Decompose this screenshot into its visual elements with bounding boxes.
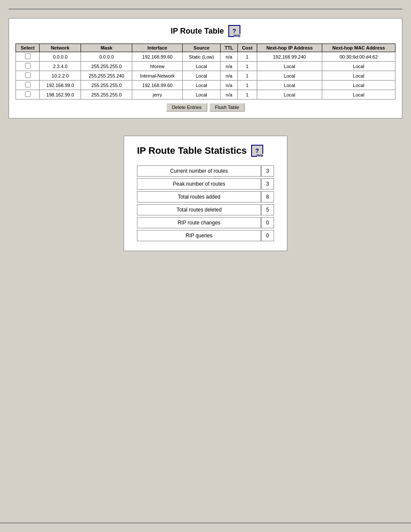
table-row: 0.0.0.00.0.0.0192.168.99.60Static (Low)n… [16, 52, 395, 62]
route-table-help-button[interactable]: ? Help [228, 25, 240, 37]
stats-value: 3 [261, 165, 274, 177]
cell-nexthop-ip: Local [257, 71, 322, 81]
col-cost: Cost [237, 44, 257, 52]
cell-interface: 192.168.99.60 [132, 81, 183, 90]
cell-ttl: n/a [221, 62, 238, 71]
bottom-divider [0, 523, 411, 523]
route-table-title-text: IP Route Table [171, 27, 224, 36]
cell-network: 192.168.99.0 [40, 81, 81, 90]
cell-ttl: n/a [221, 71, 238, 81]
stats-section-wrapper: IP Route Table Statistics ? Help Current… [9, 136, 402, 251]
cell-mask: 255.255.255.0 [81, 90, 132, 100]
stats-section: IP Route Table Statistics ? Help Current… [124, 136, 287, 251]
cell-cost: 1 [237, 62, 257, 71]
stats-row: RIP route changes0 [137, 217, 274, 228]
stats-label: Current number of routes [137, 165, 261, 177]
route-table-section: IP Route Table ? Help Select Network Mas… [9, 18, 402, 118]
top-divider [9, 9, 402, 9]
flush-table-button[interactable]: Flush Table [209, 103, 245, 112]
table-row: 192.168.99.0255.255.255.0192.168.99.60Lo… [16, 81, 395, 90]
stats-row: Total routes added8 [137, 191, 274, 202]
cell-nexthop-mac: Local [322, 90, 395, 100]
cell-source: Local [183, 71, 221, 81]
stats-row: Peak number of routes3 [137, 178, 274, 190]
stats-label: Total routes deleted [137, 204, 261, 215]
cell-select [16, 71, 40, 81]
cell-nexthop-mac: Local [322, 81, 395, 90]
cell-ttl: n/a [221, 90, 238, 100]
col-select: Select [16, 44, 40, 52]
stats-value: 0 [261, 217, 274, 228]
stats-label: RIP route changes [137, 217, 261, 228]
stats-help-sub-label: Help [257, 154, 263, 157]
cell-select [16, 81, 40, 90]
cell-network: 0.0.0.0 [40, 52, 81, 62]
cell-interface: hforew [132, 62, 183, 71]
cell-network: 10.2.2.0 [40, 71, 81, 81]
cell-nexthop-ip: Local [257, 90, 322, 100]
cell-source: Local [183, 81, 221, 90]
table-row: 2.3.4.0255.255.255.0hforewLocaln/a1Local… [16, 62, 395, 71]
cell-source: Local [183, 62, 221, 71]
cell-mask: 0.0.0.0 [81, 52, 132, 62]
cell-nexthop-ip: Local [257, 81, 322, 90]
row-select-checkbox[interactable] [25, 53, 31, 59]
col-interface: Interface [132, 44, 183, 52]
cell-cost: 1 [237, 71, 257, 81]
cell-mask: 255.255.255.0 [81, 62, 132, 71]
stats-value: 0 [261, 230, 274, 241]
cell-source: Local [183, 90, 221, 100]
cell-cost: 1 [237, 52, 257, 62]
stats-value: 3 [261, 178, 274, 190]
page-container: IP Route Table ? Help Select Network Mas… [0, 0, 411, 532]
stats-rows-container: Current number of routes3Peak number of … [137, 165, 274, 242]
stats-row: Current number of routes3 [137, 165, 274, 177]
cell-cost: 1 [237, 90, 257, 100]
cell-mask: 255.255.255.240 [81, 71, 132, 81]
stats-help-button[interactable]: ? Help [251, 145, 263, 157]
row-select-checkbox[interactable] [25, 63, 31, 68]
cell-ttl: n/a [221, 52, 238, 62]
row-select-checkbox[interactable] [25, 91, 31, 97]
table-row: 198.162.99.0255.255.255.0jerryLocaln/a1L… [16, 90, 395, 100]
col-network: Network [40, 44, 81, 52]
stats-label: Peak number of routes [137, 178, 261, 190]
cell-interface: jerry [132, 90, 183, 100]
cell-nexthop-mac: Local [322, 71, 395, 81]
col-nexthop-mac: Next-hop MAC Address [322, 44, 395, 52]
stats-label: RIP queries [137, 230, 261, 241]
cell-interface: 192.168.99.60 [132, 52, 183, 62]
route-table-help-icon-label: ? [232, 28, 236, 34]
cell-nexthop-ip: 192.168.99.240 [257, 52, 322, 62]
col-ttl: TTL [221, 44, 238, 52]
cell-mask: 255.255.255.0 [81, 81, 132, 90]
cell-source: Static (Low) [183, 52, 221, 62]
stats-row: Total routes deleted5 [137, 204, 274, 215]
col-source: Source [183, 44, 221, 52]
route-table-help-sub-label: Help [234, 34, 240, 37]
cell-nexthop-ip: Local [257, 62, 322, 71]
cell-interface: Internal-Network [132, 71, 183, 81]
col-mask: Mask [81, 44, 132, 52]
row-select-checkbox[interactable] [25, 72, 31, 78]
col-nexthop-ip: Next-hop IP Address [257, 44, 322, 52]
route-table: Select Network Mask Interface Source TTL… [16, 44, 395, 100]
cell-nexthop-mac: 00:30:6d:00:d4:62 [322, 52, 395, 62]
cell-network: 198.162.99.0 [40, 90, 81, 100]
cell-network: 2.3.4.0 [40, 62, 81, 71]
stats-value: 5 [261, 204, 274, 215]
cell-nexthop-mac: Local [322, 62, 395, 71]
stats-label: Total routes added [137, 191, 261, 202]
cell-select [16, 90, 40, 100]
cell-select [16, 52, 40, 62]
cell-ttl: n/a [221, 81, 238, 90]
cell-select [16, 62, 40, 71]
route-table-title: IP Route Table ? Help [16, 25, 395, 37]
delete-entries-button[interactable]: Delete Entries [166, 103, 207, 112]
row-select-checkbox[interactable] [25, 82, 31, 87]
stats-row: RIP queries0 [137, 230, 274, 241]
stats-value: 8 [261, 191, 274, 202]
stats-title-text: IP Route Table Statistics [137, 145, 247, 156]
table-actions: Delete Entries Flush Table [16, 103, 395, 112]
stats-help-icon-label: ? [255, 147, 259, 154]
